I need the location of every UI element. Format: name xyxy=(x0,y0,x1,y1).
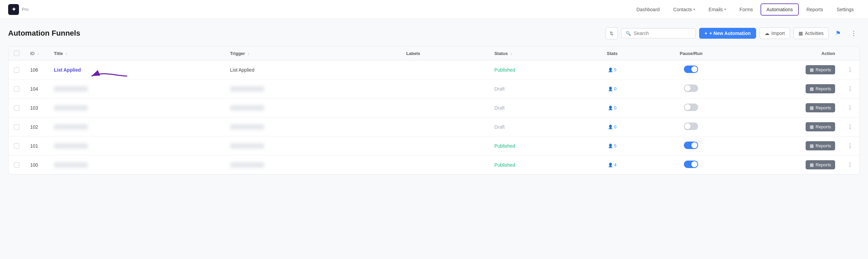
row-title-blurred-103 xyxy=(54,105,88,111)
row-reports-button-101[interactable]: ▦ Reports xyxy=(806,141,835,150)
row-more-button-100[interactable]: ⋮ xyxy=(846,160,854,169)
title-sort-arrow[interactable]: ↕ xyxy=(65,52,67,56)
row-more-button-102[interactable]: ⋮ xyxy=(846,122,854,131)
row-toggle-knob-104 xyxy=(685,85,691,91)
toolbar-actions: ⇅ 🔍 + + New Automation ☁ Import ▦ Activi… xyxy=(606,27,860,39)
row-checkbox-100[interactable] xyxy=(14,162,19,168)
row-stats-icon-103: 👤 xyxy=(608,106,613,110)
row-toggle-cell-103 xyxy=(648,98,735,117)
trigger-sort-arrow[interactable]: ↕ xyxy=(248,52,250,56)
search-input[interactable] xyxy=(634,31,691,36)
row-trigger-blurred-101 xyxy=(230,143,264,149)
row-reports-button-106[interactable]: ▦ Reports xyxy=(806,65,835,74)
row-stats-value-101: 👤 5 xyxy=(583,143,642,148)
page-title: Automation Funnels xyxy=(8,29,601,38)
row-toggle-100[interactable] xyxy=(684,161,698,168)
nav-contacts[interactable]: Contacts ▾ xyxy=(667,3,701,16)
row-more-cell-102: ⋮ xyxy=(841,117,860,136)
row-trigger-cell-106: List Applied xyxy=(225,60,401,79)
toolbar: Automation Funnels ⇅ 🔍 + + New Automatio… xyxy=(8,27,860,39)
row-trigger-cell-100 xyxy=(225,155,401,174)
row-stats-icon-106: 👤 xyxy=(608,68,613,72)
table-row: 106List AppliedList Applied Published 👤 … xyxy=(8,60,860,79)
row-trigger-blurred-100 xyxy=(230,162,264,168)
top-nav: ✦ Pro Dashboard Contacts ▾ Emails ▾ Form… xyxy=(0,0,868,19)
row-title-cell-106: List Applied xyxy=(48,60,225,79)
row-reports-button-104[interactable]: ▦ Reports xyxy=(806,84,835,93)
new-automation-button[interactable]: + + New Automation xyxy=(699,28,756,39)
row-toggle-106[interactable] xyxy=(684,66,698,73)
select-all-checkbox[interactable] xyxy=(14,51,19,56)
row-reports-button-102[interactable]: ▦ Reports xyxy=(806,122,835,131)
row-toggle-knob-103 xyxy=(685,104,691,110)
nav-emails[interactable]: Emails ▾ xyxy=(703,3,732,16)
row-title-blurred-101 xyxy=(54,143,88,149)
row-more-button-103[interactable]: ⋮ xyxy=(846,103,854,112)
row-status-103: Draft xyxy=(489,98,577,117)
flag-icon: ⚑ xyxy=(835,30,841,37)
row-cb-100 xyxy=(8,155,25,174)
row-more-button-104[interactable]: ⋮ xyxy=(846,84,854,93)
row-toggle-103[interactable] xyxy=(684,104,698,111)
row-checkbox-101[interactable] xyxy=(14,143,19,149)
row-stats-icon-104: 👤 xyxy=(608,87,613,91)
import-button[interactable]: ☁ Import xyxy=(760,27,790,39)
nav-dashboard[interactable]: Dashboard xyxy=(630,3,666,16)
row-status-104: Draft xyxy=(489,79,577,98)
row-toggle-104[interactable] xyxy=(684,85,698,92)
row-title-link-106[interactable]: List Applied xyxy=(54,67,81,73)
row-toggle-101[interactable] xyxy=(684,142,698,149)
row-toggle-cell-102 xyxy=(648,117,735,136)
row-title-blurred-102 xyxy=(54,124,88,130)
more-options-button[interactable]: ⋮ xyxy=(848,27,860,39)
row-reports-button-100[interactable]: ▦ Reports xyxy=(806,160,835,169)
row-action-cell-104: ▦ Reports xyxy=(735,79,841,98)
table-row: 103 Draft 👤 0 ▦ Reports ⋮ xyxy=(8,98,860,117)
row-checkbox-106[interactable] xyxy=(14,67,19,73)
id-sort-arrow[interactable]: ↕ xyxy=(37,52,39,56)
nav-settings[interactable]: Settings xyxy=(830,3,860,16)
row-more-cell-103: ⋮ xyxy=(841,98,860,117)
col-extra xyxy=(841,47,860,60)
nav-reports[interactable]: Reports xyxy=(800,3,829,16)
row-stats-100: 👤 4 xyxy=(577,155,648,174)
col-labels: Labels xyxy=(401,47,489,60)
row-checkbox-103[interactable] xyxy=(14,105,19,111)
row-trigger-blurred-103 xyxy=(230,105,264,111)
row-status-101: Published xyxy=(489,136,577,155)
row-checkbox-102[interactable] xyxy=(14,124,19,130)
row-id-100: 100 xyxy=(25,155,48,174)
nav-forms[interactable]: Forms xyxy=(733,3,759,16)
row-more-button-106[interactable]: ⋮ xyxy=(846,65,854,74)
row-trigger-cell-103 xyxy=(225,98,401,117)
row-more-button-101[interactable]: ⋮ xyxy=(846,141,854,150)
col-cb xyxy=(8,47,25,60)
status-sort-arrow[interactable]: ↕ xyxy=(510,52,512,56)
row-toggle-cell-101 xyxy=(648,136,735,155)
logo-icon: ✦ xyxy=(8,4,19,15)
row-stats-value-106: 👤 5 xyxy=(583,67,642,72)
flag-button[interactable]: ⚑ xyxy=(832,27,844,39)
row-trigger-blurred-102 xyxy=(230,124,264,130)
row-stats-icon-100: 👤 xyxy=(608,163,613,167)
row-cb-104 xyxy=(8,79,25,98)
row-id-106: 106 xyxy=(25,60,48,79)
col-trigger: Trigger ↕ xyxy=(225,47,401,60)
row-reports-button-103[interactable]: ▦ Reports xyxy=(806,103,835,112)
row-id-103: 103 xyxy=(25,98,48,117)
emails-chevron: ▾ xyxy=(724,7,726,11)
row-toggle-knob-102 xyxy=(685,123,691,129)
nav-automations[interactable]: Automations xyxy=(761,3,799,16)
row-toggle-102[interactable] xyxy=(684,123,698,130)
table-body: 106List AppliedList Applied Published 👤 … xyxy=(8,60,860,174)
row-labels-106 xyxy=(401,60,489,79)
row-more-cell-100: ⋮ xyxy=(841,155,860,174)
sort-button[interactable]: ⇅ xyxy=(606,27,618,39)
activities-button[interactable]: ▦ Activities xyxy=(793,27,829,39)
row-status-badge-100: Published xyxy=(494,162,515,168)
row-title-cell-102 xyxy=(48,117,225,136)
row-checkbox-104[interactable] xyxy=(14,86,19,92)
row-labels-103 xyxy=(401,98,489,117)
page-content: Automation Funnels ⇅ 🔍 + + New Automatio… xyxy=(0,19,868,183)
row-more-cell-104: ⋮ xyxy=(841,79,860,98)
